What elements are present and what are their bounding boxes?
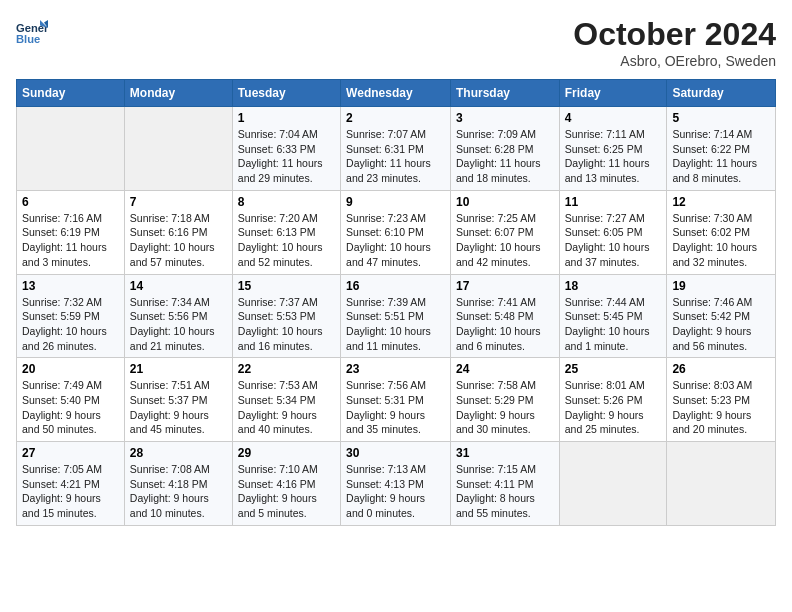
- day-detail: Sunrise: 7:20 AMSunset: 6:13 PMDaylight:…: [238, 211, 335, 270]
- calendar-cell: 7Sunrise: 7:18 AMSunset: 6:16 PMDaylight…: [124, 190, 232, 274]
- calendar-week-row: 1Sunrise: 7:04 AMSunset: 6:33 PMDaylight…: [17, 107, 776, 191]
- calendar-cell: 24Sunrise: 7:58 AMSunset: 5:29 PMDayligh…: [450, 358, 559, 442]
- calendar-cell: 17Sunrise: 7:41 AMSunset: 5:48 PMDayligh…: [450, 274, 559, 358]
- calendar-cell: 29Sunrise: 7:10 AMSunset: 4:16 PMDayligh…: [232, 442, 340, 526]
- day-detail: Sunrise: 7:11 AMSunset: 6:25 PMDaylight:…: [565, 127, 662, 186]
- calendar-cell: 18Sunrise: 7:44 AMSunset: 5:45 PMDayligh…: [559, 274, 667, 358]
- weekday-header: Tuesday: [232, 80, 340, 107]
- day-number: 11: [565, 195, 662, 209]
- weekday-header: Saturday: [667, 80, 776, 107]
- calendar-cell: 26Sunrise: 8:03 AMSunset: 5:23 PMDayligh…: [667, 358, 776, 442]
- calendar-cell: [17, 107, 125, 191]
- day-detail: Sunrise: 7:09 AMSunset: 6:28 PMDaylight:…: [456, 127, 554, 186]
- day-detail: Sunrise: 7:34 AMSunset: 5:56 PMDaylight:…: [130, 295, 227, 354]
- day-number: 17: [456, 279, 554, 293]
- day-detail: Sunrise: 8:01 AMSunset: 5:26 PMDaylight:…: [565, 378, 662, 437]
- day-number: 25: [565, 362, 662, 376]
- calendar-cell: 25Sunrise: 8:01 AMSunset: 5:26 PMDayligh…: [559, 358, 667, 442]
- calendar-week-row: 27Sunrise: 7:05 AMSunset: 4:21 PMDayligh…: [17, 442, 776, 526]
- day-number: 23: [346, 362, 445, 376]
- day-number: 24: [456, 362, 554, 376]
- location: Asbro, OErebro, Sweden: [573, 53, 776, 69]
- calendar-cell: 6Sunrise: 7:16 AMSunset: 6:19 PMDaylight…: [17, 190, 125, 274]
- day-detail: Sunrise: 7:53 AMSunset: 5:34 PMDaylight:…: [238, 378, 335, 437]
- day-detail: Sunrise: 7:49 AMSunset: 5:40 PMDaylight:…: [22, 378, 119, 437]
- svg-text:Blue: Blue: [16, 33, 40, 45]
- day-detail: Sunrise: 7:15 AMSunset: 4:11 PMDaylight:…: [456, 462, 554, 521]
- day-detail: Sunrise: 7:39 AMSunset: 5:51 PMDaylight:…: [346, 295, 445, 354]
- day-detail: Sunrise: 7:08 AMSunset: 4:18 PMDaylight:…: [130, 462, 227, 521]
- calendar-cell: [559, 442, 667, 526]
- day-detail: Sunrise: 7:25 AMSunset: 6:07 PMDaylight:…: [456, 211, 554, 270]
- calendar-cell: 23Sunrise: 7:56 AMSunset: 5:31 PMDayligh…: [341, 358, 451, 442]
- day-number: 4: [565, 111, 662, 125]
- calendar-cell: 4Sunrise: 7:11 AMSunset: 6:25 PMDaylight…: [559, 107, 667, 191]
- calendar-cell: 15Sunrise: 7:37 AMSunset: 5:53 PMDayligh…: [232, 274, 340, 358]
- day-number: 15: [238, 279, 335, 293]
- day-detail: Sunrise: 7:41 AMSunset: 5:48 PMDaylight:…: [456, 295, 554, 354]
- day-number: 27: [22, 446, 119, 460]
- calendar-body: 1Sunrise: 7:04 AMSunset: 6:33 PMDaylight…: [17, 107, 776, 526]
- calendar-cell: 19Sunrise: 7:46 AMSunset: 5:42 PMDayligh…: [667, 274, 776, 358]
- calendar-cell: 22Sunrise: 7:53 AMSunset: 5:34 PMDayligh…: [232, 358, 340, 442]
- calendar-cell: [124, 107, 232, 191]
- day-number: 3: [456, 111, 554, 125]
- day-detail: Sunrise: 7:51 AMSunset: 5:37 PMDaylight:…: [130, 378, 227, 437]
- weekday-header: Friday: [559, 80, 667, 107]
- day-number: 7: [130, 195, 227, 209]
- calendar-cell: 1Sunrise: 7:04 AMSunset: 6:33 PMDaylight…: [232, 107, 340, 191]
- day-number: 28: [130, 446, 227, 460]
- calendar-cell: 28Sunrise: 7:08 AMSunset: 4:18 PMDayligh…: [124, 442, 232, 526]
- calendar-cell: 5Sunrise: 7:14 AMSunset: 6:22 PMDaylight…: [667, 107, 776, 191]
- calendar-cell: 3Sunrise: 7:09 AMSunset: 6:28 PMDaylight…: [450, 107, 559, 191]
- day-detail: Sunrise: 7:18 AMSunset: 6:16 PMDaylight:…: [130, 211, 227, 270]
- calendar-cell: 10Sunrise: 7:25 AMSunset: 6:07 PMDayligh…: [450, 190, 559, 274]
- day-number: 9: [346, 195, 445, 209]
- day-number: 30: [346, 446, 445, 460]
- logo-icon: General Blue: [16, 16, 48, 48]
- day-number: 6: [22, 195, 119, 209]
- day-detail: Sunrise: 7:58 AMSunset: 5:29 PMDaylight:…: [456, 378, 554, 437]
- day-detail: Sunrise: 7:30 AMSunset: 6:02 PMDaylight:…: [672, 211, 770, 270]
- calendar-cell: 9Sunrise: 7:23 AMSunset: 6:10 PMDaylight…: [341, 190, 451, 274]
- day-number: 5: [672, 111, 770, 125]
- day-detail: Sunrise: 7:23 AMSunset: 6:10 PMDaylight:…: [346, 211, 445, 270]
- day-number: 22: [238, 362, 335, 376]
- calendar-cell: 16Sunrise: 7:39 AMSunset: 5:51 PMDayligh…: [341, 274, 451, 358]
- calendar-cell: 13Sunrise: 7:32 AMSunset: 5:59 PMDayligh…: [17, 274, 125, 358]
- weekday-header: Sunday: [17, 80, 125, 107]
- weekday-header: Wednesday: [341, 80, 451, 107]
- calendar-cell: 27Sunrise: 7:05 AMSunset: 4:21 PMDayligh…: [17, 442, 125, 526]
- day-number: 18: [565, 279, 662, 293]
- day-number: 26: [672, 362, 770, 376]
- day-number: 19: [672, 279, 770, 293]
- day-detail: Sunrise: 7:46 AMSunset: 5:42 PMDaylight:…: [672, 295, 770, 354]
- day-number: 31: [456, 446, 554, 460]
- day-number: 21: [130, 362, 227, 376]
- day-detail: Sunrise: 7:37 AMSunset: 5:53 PMDaylight:…: [238, 295, 335, 354]
- calendar-cell: 2Sunrise: 7:07 AMSunset: 6:31 PMDaylight…: [341, 107, 451, 191]
- calendar-cell: 11Sunrise: 7:27 AMSunset: 6:05 PMDayligh…: [559, 190, 667, 274]
- calendar-week-row: 6Sunrise: 7:16 AMSunset: 6:19 PMDaylight…: [17, 190, 776, 274]
- day-number: 20: [22, 362, 119, 376]
- day-detail: Sunrise: 7:56 AMSunset: 5:31 PMDaylight:…: [346, 378, 445, 437]
- day-detail: Sunrise: 7:10 AMSunset: 4:16 PMDaylight:…: [238, 462, 335, 521]
- calendar-cell: 31Sunrise: 7:15 AMSunset: 4:11 PMDayligh…: [450, 442, 559, 526]
- day-number: 1: [238, 111, 335, 125]
- calendar-cell: 8Sunrise: 7:20 AMSunset: 6:13 PMDaylight…: [232, 190, 340, 274]
- day-detail: Sunrise: 7:32 AMSunset: 5:59 PMDaylight:…: [22, 295, 119, 354]
- calendar-cell: [667, 442, 776, 526]
- calendar-week-row: 13Sunrise: 7:32 AMSunset: 5:59 PMDayligh…: [17, 274, 776, 358]
- day-detail: Sunrise: 7:13 AMSunset: 4:13 PMDaylight:…: [346, 462, 445, 521]
- day-number: 12: [672, 195, 770, 209]
- day-detail: Sunrise: 7:27 AMSunset: 6:05 PMDaylight:…: [565, 211, 662, 270]
- calendar-week-row: 20Sunrise: 7:49 AMSunset: 5:40 PMDayligh…: [17, 358, 776, 442]
- calendar-header-row: SundayMondayTuesdayWednesdayThursdayFrid…: [17, 80, 776, 107]
- calendar-cell: 21Sunrise: 7:51 AMSunset: 5:37 PMDayligh…: [124, 358, 232, 442]
- day-detail: Sunrise: 7:14 AMSunset: 6:22 PMDaylight:…: [672, 127, 770, 186]
- day-detail: Sunrise: 8:03 AMSunset: 5:23 PMDaylight:…: [672, 378, 770, 437]
- day-number: 2: [346, 111, 445, 125]
- day-number: 8: [238, 195, 335, 209]
- day-number: 29: [238, 446, 335, 460]
- calendar-cell: 12Sunrise: 7:30 AMSunset: 6:02 PMDayligh…: [667, 190, 776, 274]
